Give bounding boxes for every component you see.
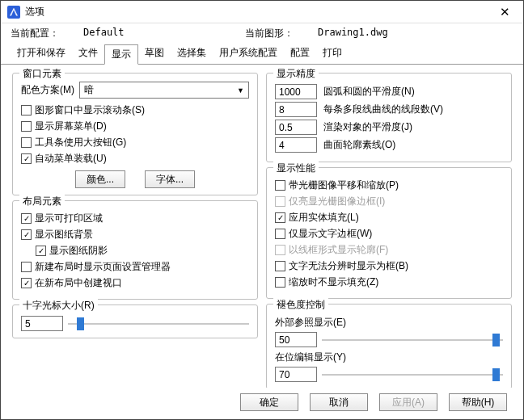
chk-paper-bg[interactable]: ✓显示图纸背景: [21, 228, 249, 242]
tab-selection[interactable]: 选择集: [171, 44, 213, 64]
color-scheme-combo[interactable]: 暗 ▼: [79, 82, 249, 99]
tab-bar: 打开和保存 文件 显示 草图 选择集 用户系统配置 配置 打印: [1, 42, 523, 65]
xref-input[interactable]: [275, 332, 317, 347]
chk-large-buttons[interactable]: 工具条使用大按钮(G): [21, 136, 249, 149]
color-scheme-label: 配色方案(M): [21, 83, 74, 97]
arc-smooth-label: 圆弧和圆的平滑度(N): [323, 85, 415, 99]
group-crosshair: 十字光标大小(R): [19, 299, 98, 313]
app-icon: [7, 6, 20, 19]
tab-config[interactable]: 配置: [284, 44, 316, 64]
chk-paper-shadow[interactable]: ✓显示图纸阴影: [36, 244, 249, 258]
ok-button[interactable]: 确定: [240, 393, 298, 411]
poly-segs-input[interactable]: [275, 102, 317, 117]
color-scheme-value: 暗: [84, 83, 94, 97]
arc-smooth-input[interactable]: [275, 84, 317, 99]
inplace-input[interactable]: [275, 367, 317, 382]
chk-text-frame[interactable]: 仅显示文字边框(W): [275, 227, 503, 241]
render-smooth-input[interactable]: [275, 120, 317, 135]
crosshair-input[interactable]: [21, 316, 63, 331]
chk-raster-pan[interactable]: 带光栅图像平移和缩放(P): [275, 178, 503, 192]
chk-highlight-raster: 仅亮显光栅图像边框(I): [275, 195, 503, 208]
tab-files[interactable]: 文件: [72, 44, 104, 64]
chk-no-fill-zoom[interactable]: 缩放时不显示填充(Z): [275, 275, 503, 289]
group-display-perf: 显示性能: [273, 162, 319, 175]
current-drawing-label: 当前图形：: [245, 27, 318, 40]
group-display-precision: 显示精度: [273, 67, 319, 81]
help-button[interactable]: 帮助(H): [449, 393, 507, 411]
chk-auto-load-menu[interactable]: ✓自动菜单装载(U): [21, 152, 249, 166]
current-drawing-value: Drawing1.dwg: [318, 27, 480, 40]
chk-scrollbars[interactable]: 图形窗口中显示滚动条(S): [21, 103, 249, 117]
xref-slider[interactable]: [322, 334, 503, 346]
chk-printable-area[interactable]: ✓显示可打印区域: [21, 212, 249, 225]
tab-print[interactable]: 打印: [316, 44, 349, 64]
chk-apply-fill[interactable]: ✓应用实体填充(L): [275, 211, 503, 225]
contour-lines-label: 曲面轮廓素线(O): [323, 138, 395, 152]
inplace-slider[interactable]: [322, 368, 503, 381]
close-icon[interactable]: ✕: [493, 5, 517, 19]
contour-lines-input[interactable]: [275, 137, 317, 153]
tab-drafting[interactable]: 草图: [138, 44, 171, 64]
tab-open-save[interactable]: 打开和保存: [11, 44, 72, 64]
colors-button[interactable]: 颜色...: [75, 170, 125, 188]
group-window-elements: 窗口元素: [19, 67, 65, 81]
apply-button[interactable]: 应用(A): [379, 393, 437, 411]
render-smooth-label: 渲染对象的平滑度(J): [323, 120, 412, 134]
group-fade: 褪色度控制: [273, 298, 328, 312]
chk-wire-silhouette: 以线框形式显示轮廓(F): [275, 243, 503, 257]
tab-user-prefs[interactable]: 用户系统配置: [213, 44, 284, 64]
chk-new-layout-pagesetup[interactable]: 新建布局时显示页面设置管理器: [21, 260, 249, 274]
inplace-label: 在位编辑显示(Y): [275, 351, 503, 364]
current-config-value: Default: [83, 27, 245, 40]
chk-screen-menu[interactable]: 显示屏幕菜单(D): [21, 120, 249, 133]
poly-segs-label: 每条多段线曲线的线段数(V): [323, 103, 443, 116]
fonts-button[interactable]: 字体...: [145, 170, 195, 188]
crosshair-slider[interactable]: [68, 317, 249, 330]
cancel-button[interactable]: 取消: [310, 393, 368, 411]
chevron-down-icon: ▼: [237, 86, 244, 94]
chk-viewport-new-layout[interactable]: ✓在新布局中创建视口: [21, 276, 249, 290]
current-config-label: 当前配置：: [11, 27, 83, 40]
window-title: 选项: [25, 5, 493, 19]
xref-label: 外部参照显示(E): [275, 316, 503, 330]
group-layout: 布局元素: [19, 195, 65, 208]
tab-display[interactable]: 显示: [104, 44, 138, 65]
chk-text-too-small[interactable]: 文字无法分辨时显示为框(B): [275, 259, 503, 273]
